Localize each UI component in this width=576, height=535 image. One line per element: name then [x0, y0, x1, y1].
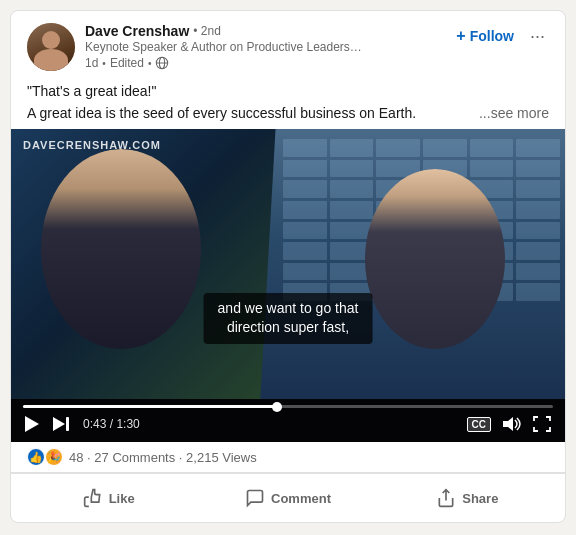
fullscreen-button[interactable]: [531, 414, 553, 434]
body-text: A great idea is the seed of every succes…: [27, 105, 549, 121]
skip-icon: [53, 416, 71, 432]
follow-button[interactable]: + Follow: [450, 23, 520, 49]
volume-button[interactable]: [499, 414, 523, 434]
progress-bar[interactable]: [23, 405, 553, 408]
more-options-button[interactable]: ···: [526, 23, 549, 49]
reactions-row: 👍 🎉 48 · 27 Comments · 2,215 Views: [11, 442, 565, 473]
header-actions: + Follow ···: [450, 23, 549, 49]
person-left: [41, 149, 201, 349]
author-title: Keynote Speaker & Author on Productive L…: [85, 40, 365, 54]
connection-badge: • 2nd: [193, 24, 221, 38]
video-watermark: DAVECRENSHAW.COM: [23, 139, 161, 151]
like-icon: 👍: [27, 448, 45, 466]
like-action-icon: [83, 488, 103, 508]
reactions-text: 48 · 27 Comments · 2,215 Views: [69, 450, 257, 465]
globe-icon: [155, 56, 169, 70]
person-right: [365, 169, 505, 349]
share-button[interactable]: Share: [378, 478, 557, 518]
author-info: Dave Crenshaw • 2nd Keynote Speaker & Au…: [85, 23, 450, 70]
cc-button[interactable]: CC: [467, 417, 491, 432]
post-header: Dave Crenshaw • 2nd Keynote Speaker & Au…: [11, 11, 565, 79]
author-name[interactable]: Dave Crenshaw: [85, 23, 189, 39]
comment-button[interactable]: Comment: [198, 478, 377, 518]
see-more-button[interactable]: ...see more: [479, 105, 549, 121]
video-subtitle: and we want to go that direction super f…: [204, 293, 373, 344]
reaction-icons: 👍 🎉: [27, 448, 63, 466]
action-row: Like Comment Share: [11, 473, 565, 522]
celebrate-icon: 🎉: [45, 448, 63, 466]
fullscreen-icon: [533, 416, 551, 432]
progress-fill: [23, 405, 277, 408]
progress-dot: [272, 402, 282, 412]
svg-marker-5: [503, 417, 513, 431]
video-scene: DAVECRENSHAW.COM and we want to go that …: [11, 129, 565, 399]
comment-action-icon: [245, 488, 265, 508]
quote-text: "That's a great idea!": [27, 83, 549, 99]
right-controls: CC: [467, 414, 553, 434]
plus-icon: +: [456, 27, 465, 45]
video-container[interactable]: DAVECRENSHAW.COM and we want to go that …: [11, 129, 565, 442]
skip-button[interactable]: [51, 414, 73, 434]
controls-row: 0:43 / 1:30 CC: [23, 414, 553, 434]
play-button[interactable]: [23, 414, 41, 434]
post-meta: 1d • Edited •: [85, 56, 450, 70]
svg-rect-3: [66, 417, 69, 431]
like-button[interactable]: Like: [19, 478, 198, 518]
time-display: 0:43 / 1:30: [83, 417, 457, 431]
post-card: Dave Crenshaw • 2nd Keynote Speaker & Au…: [10, 10, 566, 523]
play-icon: [25, 416, 39, 432]
share-action-icon: [436, 488, 456, 508]
video-controls: 0:43 / 1:30 CC: [11, 399, 565, 442]
post-text: "That's a great idea!" A great idea is t…: [11, 79, 565, 129]
svg-marker-4: [53, 417, 65, 431]
avatar[interactable]: [27, 23, 75, 71]
volume-icon: [501, 416, 521, 432]
